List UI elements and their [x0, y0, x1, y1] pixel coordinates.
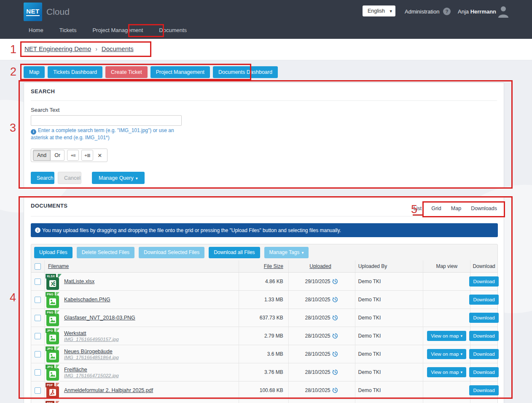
user-menu[interactable]: Anja Herrmann — [458, 8, 496, 15]
view-tab-map[interactable]: Map — [451, 206, 461, 211]
file-size: 3.76 MB — [264, 369, 283, 375]
view-tab-grid[interactable]: Grid — [431, 206, 441, 211]
folded-corner — [56, 310, 59, 315]
version-history-icon[interactable] — [332, 279, 338, 284]
column-header-uploaded[interactable]: Uploaded — [309, 263, 331, 269]
column-header-filename[interactable]: Filename — [48, 263, 69, 269]
filename-link[interactable]: Glasfaser_NVT_2018-03.PNG — [64, 315, 135, 321]
row-checkbox[interactable] — [35, 279, 41, 285]
row-checkbox[interactable] — [35, 297, 41, 303]
operator-or-button[interactable]: Or — [51, 150, 64, 161]
table-row: JPG X Werkstatt IMG_1761664950157.jpg 2.… — [31, 327, 497, 345]
add-rule-icon[interactable]: +≡ — [67, 150, 79, 161]
uploaded-by: Demo TKI — [358, 333, 381, 339]
file-size: 1.33 MB — [264, 297, 283, 303]
version-history-icon[interactable] — [332, 369, 338, 375]
row-checkbox[interactable] — [35, 333, 41, 339]
table-row: PDF X Anmeldeformular 2. Halbjahr 2025.p… — [31, 381, 497, 400]
search-input[interactable] — [31, 115, 182, 126]
view-switcher: ListGridMapDownloads — [414, 206, 497, 211]
nav-tab-tickets[interactable]: Tickets — [59, 27, 77, 33]
select-all-checkbox[interactable] — [35, 263, 41, 270]
version-history-icon[interactable] — [332, 333, 338, 339]
administration-link[interactable]: Administration — [405, 8, 439, 15]
row-checkbox[interactable] — [35, 369, 41, 376]
search-hint: iEnter a complete search term (e.g. "IMG… — [31, 127, 186, 141]
nav-tab-home[interactable]: Home — [29, 27, 43, 33]
uploaded-by: Demo TKI — [358, 297, 381, 303]
download-button[interactable]: Download — [469, 313, 498, 323]
nav-tab-project-management[interactable]: Project Management — [92, 27, 143, 33]
version-history-icon[interactable] — [332, 315, 338, 321]
folded-corner — [56, 401, 59, 403]
file-ext-badge: JPG — [46, 346, 54, 351]
tickets-dashboard-button[interactable]: Tickets Dashboard — [48, 66, 102, 78]
documents-panel: DOCUMENTS ListGridMapDownloads iYou may … — [24, 197, 504, 403]
documents-dashboard-button[interactable]: Documents Dashboard — [213, 66, 278, 78]
main-nav-tabs: HomeTicketsProject ManagementDocuments — [29, 27, 187, 33]
language-select[interactable]: English ▾ — [363, 5, 395, 16]
upload-files-button[interactable]: Upload Files — [34, 247, 73, 258]
download-button[interactable]: Download — [469, 295, 498, 305]
filename-link[interactable]: Neues Bürogebäude — [64, 349, 119, 354]
version-history-icon[interactable] — [332, 297, 338, 303]
filename-subtitle-link[interactable]: IMG_1761664715022.jpg — [64, 373, 119, 378]
filename-link[interactable]: Werkstatt — [64, 330, 119, 336]
breadcrumb-link[interactable]: NET Engineering Demo — [24, 45, 91, 52]
view-tab-downloads[interactable]: Downloads — [471, 206, 497, 211]
view-on-map-button[interactable]: View on map▾ — [427, 349, 466, 359]
folded-corner — [56, 365, 59, 369]
filename-link[interactable]: Anmeldeformular 2. Halbjahr 2025.pdf — [64, 387, 153, 393]
help-icon[interactable]: ? — [443, 8, 451, 15]
uploaded-by: Demo TKI — [358, 279, 381, 284]
view-on-map-button[interactable]: View on map▾ — [427, 331, 466, 341]
manage-query-label: Manage Query — [99, 175, 134, 181]
download-button[interactable]: Download — [469, 367, 498, 377]
search-button[interactable]: Search — [31, 172, 54, 184]
remove-rule-icon[interactable]: ✕ — [96, 152, 104, 159]
search-panel-title: SEARCH — [31, 88, 55, 95]
download-button[interactable]: Download — [469, 349, 498, 359]
create-ticket-button[interactable]: Create Ticket — [105, 66, 148, 78]
version-history-icon[interactable] — [332, 387, 338, 393]
view-on-map-button[interactable]: View on map▾ — [427, 367, 466, 377]
search-actions: Search Cancel Manage Query▾ — [31, 172, 145, 184]
row-checkbox[interactable] — [35, 387, 41, 394]
avatar-icon[interactable] — [497, 4, 510, 18]
delete-selected-files-button[interactable]: Delete Selected Files — [77, 247, 134, 258]
cancel-button[interactable]: Cancel — [58, 172, 81, 184]
user-last-name: Herrmann — [470, 8, 496, 15]
file-ext-badge: JPG — [46, 328, 54, 333]
net-logo-text: NET — [26, 8, 40, 16]
filename-subtitle-link[interactable]: IMG_1761664950157.jpg — [64, 337, 119, 342]
breadcrumb-link[interactable]: Documents — [102, 45, 134, 52]
filename-link[interactable]: MatListe.xlsx — [64, 279, 94, 284]
file-type-icon: PDF X — [46, 383, 59, 399]
manage-tags-button[interactable]: Manage Tags▾ — [264, 247, 309, 258]
download-selected-files-button[interactable]: Download Selected Files — [139, 247, 204, 258]
row-checkbox[interactable] — [35, 351, 41, 357]
view-tab-list[interactable]: List — [414, 206, 422, 211]
annotation-number-2: 2 — [10, 65, 16, 78]
nav-tab-documents[interactable]: Documents — [159, 27, 187, 33]
row-checkbox[interactable] — [35, 315, 41, 321]
breadcrumb: NET Engineering Demo›Documents — [24, 45, 134, 52]
filename-subtitle-link[interactable]: IMG_1761664851864.jpg — [64, 355, 119, 360]
operator-and-button[interactable]: And — [33, 150, 51, 161]
download-button[interactable]: Download — [469, 385, 498, 395]
version-history-icon[interactable] — [332, 351, 338, 357]
download-button[interactable]: Download — [469, 276, 498, 287]
download-all-files-button[interactable]: Download all Files — [209, 247, 260, 258]
info-icon: i — [35, 227, 40, 233]
filename-link[interactable]: Freifläche — [64, 367, 119, 373]
filename-link[interactable]: Kabelschaden.PNG — [64, 297, 110, 303]
add-group-icon[interactable]: +≣ — [81, 150, 93, 161]
column-header-file-size[interactable]: File Size — [264, 263, 283, 269]
download-button[interactable]: Download — [469, 331, 498, 341]
file-type-icon: PNG X — [46, 311, 59, 326]
project-management-button[interactable]: Project Management — [150, 66, 210, 78]
map-button[interactable]: Map — [24, 66, 45, 78]
manage-query-button[interactable]: Manage Query▾ — [92, 172, 145, 184]
file-ext-badge: PDF — [46, 383, 54, 387]
net-logo[interactable]: NET — [24, 3, 42, 21]
